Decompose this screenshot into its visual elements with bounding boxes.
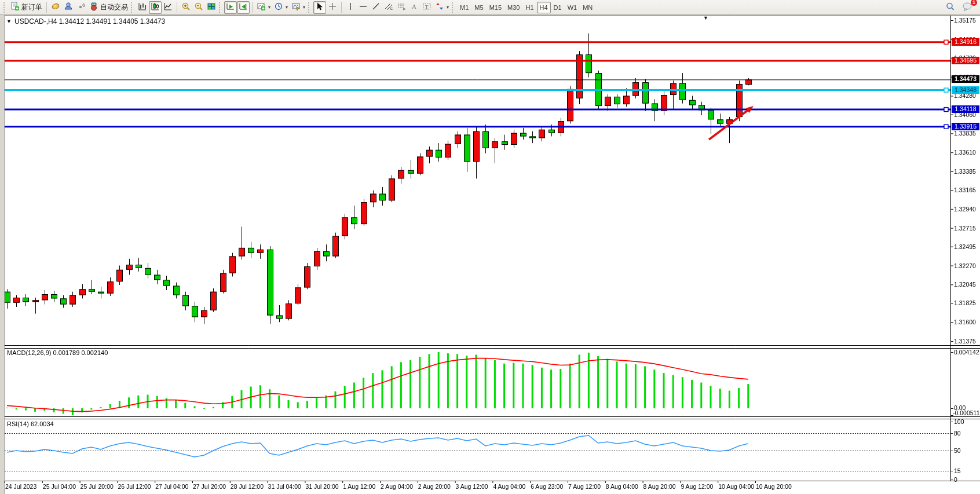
timeframe-m5[interactable]: M5 — [471, 2, 486, 13]
vertical-line-button[interactable] — [344, 1, 357, 14]
toolbar-grip — [131, 2, 134, 13]
mt4-terminal-window: { "toolbar": { "new_order_label": "新订单",… — [0, 0, 980, 494]
timeframe-mn[interactable]: MN — [580, 2, 595, 13]
deposit-button[interactable] — [49, 1, 62, 14]
timeframe-label: H1 — [525, 4, 533, 11]
trendline-icon — [371, 2, 381, 13]
zoom-in-button[interactable] — [180, 1, 192, 14]
new-order-icon — [10, 2, 20, 13]
line-chart-icon — [163, 2, 173, 13]
signal-icon — [76, 2, 86, 13]
toolbar-separator — [341, 2, 342, 13]
toolbar-grip — [452, 2, 455, 13]
community-icon — [64, 2, 73, 13]
auto-scroll-button[interactable] — [224, 1, 237, 14]
bar-chart-icon — [138, 2, 147, 13]
notification-badge: 1 — [971, 0, 977, 6]
arrows-button[interactable]: ▾ — [433, 1, 451, 14]
zoom-in-icon — [181, 2, 191, 13]
text-button[interactable]: A — [408, 1, 420, 14]
zoom-out-icon — [194, 2, 203, 13]
search-icon — [945, 2, 955, 13]
periods-button[interactable]: ▾ — [272, 1, 290, 14]
timeframe-label: M15 — [489, 4, 502, 11]
horizontal-line-button[interactable] — [357, 1, 370, 14]
equidistant-channel-icon: E — [384, 2, 393, 13]
tile-windows-button[interactable] — [205, 1, 218, 14]
candlestick-chart-icon — [151, 2, 160, 13]
toolbar-grip — [3, 2, 6, 13]
main-toolbar: 新订单 自动交易 ▾ — [0, 0, 980, 15]
vertical-line-icon — [346, 2, 355, 13]
svg-text:E: E — [390, 7, 393, 10]
chart-shift-icon — [239, 2, 248, 13]
signals-button[interactable] — [75, 1, 87, 14]
templates-dropdown-caret: ▾ — [303, 5, 305, 10]
toolbar-grip — [219, 2, 222, 13]
timeframe-h4[interactable]: H4 — [537, 2, 551, 13]
cursor-icon — [315, 2, 324, 13]
bar-chart-button[interactable] — [136, 1, 149, 14]
timeframe-label: MN — [583, 4, 593, 11]
trendline-button[interactable] — [370, 1, 382, 14]
periods-dropdown-caret: ▾ — [286, 5, 288, 10]
text-label-icon: T — [422, 2, 432, 13]
toolbar-grip — [308, 2, 311, 13]
fibonacci-button[interactable]: F — [395, 1, 408, 14]
auto-trading-icon — [89, 2, 98, 13]
indicators-dropdown-caret: ▾ — [268, 5, 270, 10]
templates-icon — [291, 2, 301, 13]
fibonacci-icon: F — [397, 2, 406, 13]
cursor-button[interactable] — [313, 1, 326, 14]
equidistant-channel-button[interactable]: E — [382, 1, 395, 14]
timeframe-m15[interactable]: M15 — [487, 2, 504, 13]
auto-trading-label: 自动交易 — [100, 2, 128, 12]
clock-icon — [274, 2, 283, 13]
text-label-button[interactable]: T — [420, 1, 433, 14]
new-order-label: 新订单 — [21, 2, 42, 12]
arrows-icon — [435, 2, 444, 13]
chat-button[interactable]: 1 — [960, 1, 974, 14]
line-chart-button[interactable] — [162, 1, 174, 14]
horizontal-line-icon — [359, 2, 368, 13]
timeframe-label: W1 — [568, 4, 577, 11]
templates-button[interactable]: ▾ — [290, 1, 307, 14]
timeframe-d1[interactable]: D1 — [551, 2, 565, 13]
timeframe-h1[interactable]: H1 — [522, 2, 536, 13]
toolbar-separator — [177, 2, 177, 13]
auto-scroll-icon — [226, 2, 235, 13]
auto-trading-button[interactable]: 自动交易 — [87, 1, 130, 14]
chart-shift-button[interactable] — [237, 1, 250, 14]
toolbar-separator — [252, 2, 253, 13]
timeframe-m1[interactable]: M1 — [457, 2, 471, 13]
timeframe-label: H4 — [540, 4, 548, 11]
timeframe-label: M5 — [474, 4, 483, 11]
timeframe-label: M1 — [460, 4, 469, 11]
svg-text:A: A — [412, 3, 416, 10]
zoom-out-button[interactable] — [192, 1, 205, 14]
timeframe-m30[interactable]: M30 — [504, 2, 522, 13]
crosshair-icon — [328, 2, 337, 13]
svg-text:F: F — [403, 8, 405, 11]
search-button[interactable] — [944, 1, 957, 14]
community-button[interactable] — [62, 1, 75, 14]
indicators-button[interactable]: ▾ — [255, 1, 272, 14]
indicators-icon — [257, 2, 266, 13]
crosshair-button[interactable] — [326, 1, 339, 14]
timeframe-label: M30 — [507, 4, 520, 11]
timeframe-label: D1 — [554, 4, 562, 11]
chart-canvas[interactable] — [0, 0, 980, 494]
arrows-dropdown-caret: ▾ — [447, 5, 449, 10]
window-left-edge — [0, 15, 5, 494]
svg-text:T: T — [425, 4, 429, 10]
new-order-button[interactable]: 新订单 — [9, 1, 44, 14]
timeframe-w1[interactable]: W1 — [565, 2, 580, 13]
toolbar-separator — [46, 2, 47, 13]
candlestick-chart-button[interactable] — [149, 1, 162, 14]
gold-seal-icon — [51, 2, 60, 13]
tile-windows-icon — [207, 2, 216, 13]
text-icon: A — [409, 2, 419, 13]
